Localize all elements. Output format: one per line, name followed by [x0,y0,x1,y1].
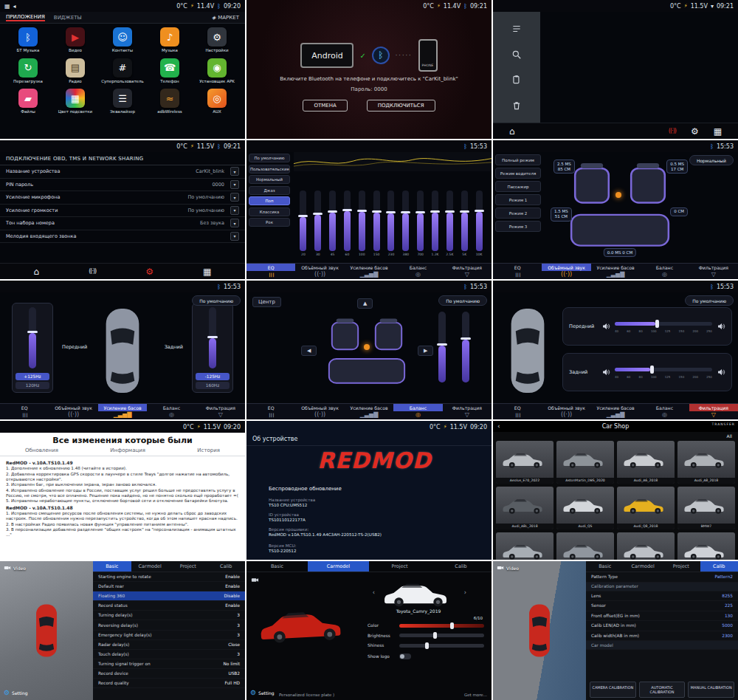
app-phone[interactable]: ☎Телефон [146,58,193,84]
eq-band-slider[interactable] [373,191,380,251]
setting-label[interactable]: ⚙Setting [250,689,275,696]
mode-passenger[interactable]: Пассажир [495,181,541,192]
get-more-link[interactable]: Get more... [464,693,487,697]
car-card[interactable]: Audi_A6_2018 [617,441,675,484]
tab-widgets[interactable]: ВИДЖЕТЫ [54,15,82,21]
chevron-down-icon[interactable]: ▾ [230,219,239,227]
eq-band-slider[interactable] [329,191,336,251]
tab-surround[interactable]: Объёмный звук((·)) [295,264,344,279]
app-files[interactable]: ▰Файлы [4,89,52,114]
calib-row[interactable]: Pattern TypePattern2 [586,572,738,583]
car-card[interactable]: AstonMartin_DBS_2020 [556,441,614,484]
tab-basic[interactable]: Basic [246,561,308,572]
shiness-slider[interactable] [399,644,484,648]
front-filter-slider[interactable]: 406080100125150200250 [615,318,712,334]
preset-custom[interactable]: Пользовательские [249,165,290,174]
chevron-down-icon[interactable]: ▾ [230,180,239,189]
settings-row[interactable]: Turning delay(s)3 [93,611,245,620]
tab-bass[interactable]: Усиление басов▁▃▅▇ [591,404,640,419]
front-freq-button-active[interactable]: +125Hz [15,373,49,380]
right-arrow-button[interactable]: ▶ [418,346,433,356]
calib-row[interactable]: Calib width(AB in mm)2300 [586,631,738,642]
rear-freq-button-active[interactable]: -125Hz [196,373,230,380]
eq-band-slider[interactable] [461,191,468,251]
car-card[interactable]: BMW7 [677,487,735,529]
chevron-down-icon[interactable]: ▾ [230,193,239,202]
tab-updates[interactable]: Обновления [25,447,58,453]
tab-eq[interactable]: EQ☰ [246,264,295,279]
home-icon[interactable]: ⌂ [509,126,515,137]
mode-1[interactable]: Режим 1 [495,194,541,205]
manual-calibration-button[interactable]: MANUAL CALIBRATION [688,682,734,698]
settings-row[interactable]: Reversing delay(s)3 [93,620,245,630]
app-music[interactable]: ♪Музыка [146,27,193,53]
eq-band-slider[interactable] [344,191,351,251]
surround-preset-dropdown[interactable]: Нормальный [689,155,734,165]
tab-filter[interactable]: Фильтрация▽ [443,404,492,419]
eq-band-slider[interactable] [446,191,453,251]
settings-row[interactable]: Turning signal trigger onNo limit [93,659,245,669]
settings-row[interactable]: Emergency light delay(s)3 [93,631,245,640]
app-bt-music[interactable]: ᛒБТ Музыка [4,27,52,53]
tab-calib[interactable]: Calib [207,561,246,572]
show-logo-toggle[interactable] [399,653,411,659]
rear-filter-slider[interactable]: 406080100125150200250 [615,364,712,380]
tab-project[interactable]: Project [169,561,207,572]
front-gain-slider[interactable] [29,307,36,368]
mode-full[interactable]: Полный режим [495,154,541,165]
tab-carmodel[interactable]: Carmodel [308,561,369,572]
brightness-slider[interactable] [399,634,484,637]
mode-2[interactable]: Режим 2 [495,207,541,219]
prev-car-chevron[interactable]: ‹ [373,589,375,596]
rear-gain-slider[interactable] [209,307,216,368]
car-card[interactable]: Audi_A8_2018 [677,441,735,484]
tab-history[interactable]: История [197,447,220,453]
delete-button[interactable] [503,96,530,115]
settings-row[interactable]: Floating 360Disable [93,591,245,601]
gear-icon[interactable]: ⚙ [145,267,154,277]
chevron-down-icon[interactable]: ▾ [230,167,239,176]
search-button[interactable] [503,45,530,64]
app-adb-wireless[interactable]: ≈adbWireless [146,89,193,114]
preset-classic[interactable]: Классика [249,207,290,216]
camera-calibration-button[interactable]: CAMERA CALIBRATION [590,682,636,698]
tab-carmodel[interactable]: Carmodel [131,561,170,572]
rear-freq-button[interactable]: 160Hz [196,382,230,389]
tab-bass[interactable]: Усиление басов▁▃▅▇ [345,404,393,419]
apps-grid-icon[interactable]: ▦ [203,267,211,277]
apps-grid-icon[interactable]: ▦ [714,126,722,137]
car-card[interactable]: Audi_A8L_2018 [496,487,554,529]
app-settings[interactable]: ⚙Настройки [193,27,241,53]
tab-project[interactable]: Project [369,561,430,572]
calib-row[interactable]: Lens8255 [586,591,738,602]
tab-eq[interactable]: EQ☰ [493,264,542,279]
app-radio[interactable]: ▤Радио [52,58,99,84]
balance-slider-1[interactable] [438,312,446,382]
reset-default-button[interactable]: По умолчанию [192,295,241,306]
edit-list-button[interactable] [503,19,530,38]
car-card[interactable]: Aeolus_E70_2022 [496,441,554,484]
tab-balance[interactable]: Баланс◎ [393,264,442,279]
tab-surround[interactable]: Объёмный звук((·)) [542,404,590,419]
tab-bass[interactable]: Усиление басов▁▃▅▇ [98,404,147,419]
back-icon[interactable]: ◂ [13,3,16,10]
tab-filter[interactable]: Фильтрация▽ [689,264,738,279]
selected-car-preview[interactable] [379,577,458,608]
car-card[interactable] [617,532,675,560]
settings-row[interactable]: Усиление громкостиПо умолчанию▾ [0,205,245,218]
app-equalizer[interactable]: ☰Эквалайзер [99,89,146,114]
app-contacts[interactable]: ☺Контакты [99,27,146,53]
app-aux[interactable]: ◎AUX [193,89,241,114]
tab-project[interactable]: Project [662,561,700,572]
tab-balance[interactable]: Баланс◎ [147,404,196,419]
automatic-calibration-button[interactable]: AUTOMATIC CALIBRATION [639,682,686,698]
back-chevron-icon[interactable]: ‹ [497,422,500,430]
broadcast-icon[interactable]: ((·)) [89,268,96,275]
preset-jazz[interactable]: Джаз [249,186,290,195]
car-card[interactable]: Audi_Q5 [556,487,614,529]
next-car-chevron[interactable]: › [464,589,466,596]
connect-button[interactable]: ПОДКЛЮЧИТЬСЯ [367,100,435,111]
cancel-button[interactable]: ОТМЕНА [303,100,347,111]
tab-applications[interactable]: ПРИЛОЖЕНИЯ [6,14,45,21]
apps-grid-icon[interactable]: ▦ [4,3,10,10]
